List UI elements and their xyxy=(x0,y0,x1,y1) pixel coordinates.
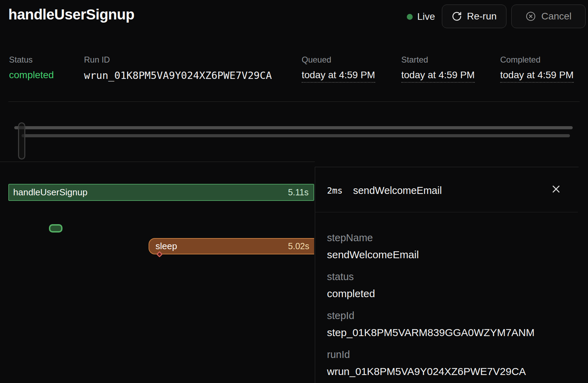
panel-field-key: stepName xyxy=(327,232,419,244)
live-label: Live xyxy=(417,11,435,22)
started-timestamp[interactable]: today at 4:59 PM xyxy=(401,70,475,83)
refresh-icon xyxy=(452,11,462,22)
rerun-label: Re-run xyxy=(467,11,497,22)
panel-top-border xyxy=(315,167,579,167)
status-badge: completed xyxy=(9,70,54,81)
panel-field-key: stepId xyxy=(327,310,535,321)
meta-run-id-label: Run ID xyxy=(84,55,272,65)
panel-step-title: sendWelcomeEmail xyxy=(353,185,442,196)
rerun-button[interactable]: Re-run xyxy=(442,5,506,28)
span-bar-function[interactable]: handleUserSignup 5.11s xyxy=(8,184,314,201)
page-title: handleUserSignup xyxy=(8,6,134,23)
meta-status: Status completed xyxy=(9,55,54,81)
meta-queued: Queued today at 4:59 PM xyxy=(302,55,375,83)
span-bar-sleep[interactable]: sleep 5.02s xyxy=(149,238,314,254)
panel-field-run-id: runId wrun_01K8PM5VA9Y024XZ6PWE7V29CA xyxy=(327,349,526,377)
function-span-name: handleUserSignup xyxy=(13,187,87,198)
meta-run-id: Run ID wrun_01K8PM5VA9Y024XZ6PWE7V29CA xyxy=(84,55,272,81)
minimap-span-bar-1 xyxy=(14,126,573,129)
sleep-span-duration: 5.02s xyxy=(288,241,309,251)
live-indicator: Live xyxy=(407,10,435,23)
meta-started-label: Started xyxy=(401,55,475,65)
panel-left-border xyxy=(315,167,315,383)
close-icon xyxy=(550,183,562,196)
cancel-button[interactable]: Cancel xyxy=(511,5,586,28)
queued-timestamp[interactable]: today at 4:59 PM xyxy=(302,70,375,83)
panel-field-value: completed xyxy=(327,288,375,300)
panel-field-step-id: stepId step_01K8PM5VARM839GGA0WZYM7ANM xyxy=(327,310,535,339)
function-span-duration: 5.11s xyxy=(288,187,309,197)
meta-status-label: Status xyxy=(9,55,54,65)
timeline-brush-handle[interactable] xyxy=(18,122,25,160)
sleep-span-name: sleep xyxy=(156,241,177,252)
panel-field-value: wrun_01K8PM5VA9Y024XZ6PWE7V29CA xyxy=(327,366,526,377)
panel-field-status: status completed xyxy=(327,271,375,300)
meta-queued-label: Queued xyxy=(302,55,375,65)
live-dot-icon xyxy=(407,14,413,20)
panel-close-button[interactable] xyxy=(549,182,563,196)
cancel-label: Cancel xyxy=(541,11,571,22)
panel-field-key: status xyxy=(327,271,375,283)
run-detail-page: handleUserSignup Live Re-run Cancel Stat… xyxy=(0,0,588,383)
completed-timestamp[interactable]: today at 4:59 PM xyxy=(500,70,574,83)
meta-completed: Completed today at 4:59 PM xyxy=(500,55,574,83)
meta-completed-label: Completed xyxy=(500,55,574,65)
panel-field-key: runId xyxy=(327,349,526,360)
panel-field-value: step_01K8PM5VARM839GGA0WZYM7ANM xyxy=(327,327,535,339)
circle-x-icon xyxy=(525,11,536,22)
panel-step-duration: 2ms xyxy=(327,186,343,196)
minimap-span-bar-2 xyxy=(22,134,570,137)
gantt-divider xyxy=(0,162,315,162)
run-id-value: wrun_01K8PM5VA9Y024XZ6PWE7V29CA xyxy=(84,70,272,81)
panel-field-step-name: stepName sendWelcomeEmail xyxy=(327,232,419,261)
header-divider xyxy=(8,101,580,102)
panel-field-value: sendWelcomeEmail xyxy=(327,249,419,261)
span-pill-send-welcome-email[interactable] xyxy=(49,224,62,233)
meta-started: Started today at 4:59 PM xyxy=(401,55,475,83)
panel-header: 2ms sendWelcomeEmail xyxy=(327,184,442,197)
panel-header-divider xyxy=(315,212,578,212)
